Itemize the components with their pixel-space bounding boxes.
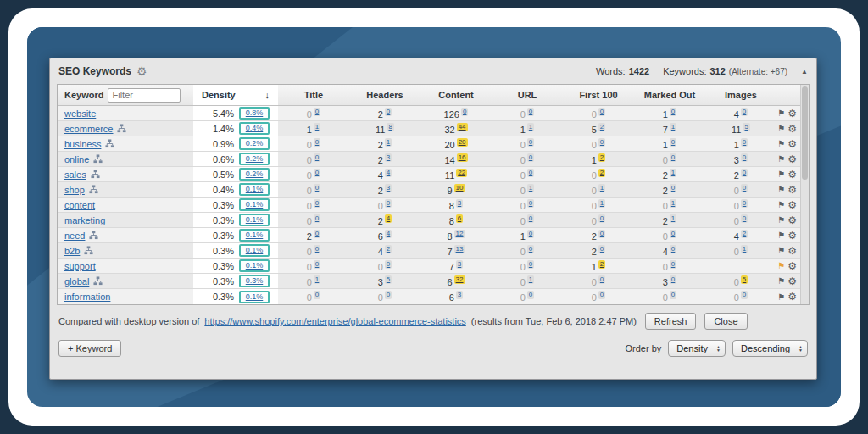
- alternate-density-value[interactable]: 0.1%: [239, 183, 270, 196]
- alternate-count-badge[interactable]: 2: [598, 169, 605, 177]
- alternate-count-badge[interactable]: 1: [598, 184, 605, 192]
- alternate-count-badge[interactable]: 0: [741, 214, 748, 223]
- alternate-count-badge[interactable]: 1: [670, 214, 676, 223]
- flag-icon[interactable]: ⚑: [777, 200, 785, 209]
- alternate-count-badge[interactable]: 0: [527, 153, 534, 162]
- row-gear-icon[interactable]: ⚙: [787, 184, 797, 196]
- alternate-count-badge[interactable]: 2: [598, 123, 605, 131]
- alternate-count-badge[interactable]: 5: [741, 275, 748, 284]
- order-direction-select[interactable]: Descending ▲▼: [732, 340, 808, 357]
- alternate-count-badge[interactable]: 0: [385, 199, 392, 208]
- column-header-headers[interactable]: Headers: [349, 90, 420, 100]
- row-gear-icon[interactable]: ⚙: [787, 153, 797, 165]
- alternate-count-badge[interactable]: 0: [385, 260, 392, 269]
- keyword-link[interactable]: information: [64, 292, 110, 302]
- alternate-count-badge[interactable]: 0: [598, 291, 605, 299]
- flag-icon[interactable]: ⚑: [777, 292, 785, 302]
- alternate-density-value[interactable]: 0.2%: [239, 168, 270, 181]
- alternate-count-badge[interactable]: 0: [598, 275, 605, 284]
- alternate-count-badge[interactable]: 13: [454, 245, 465, 253]
- alternate-count-badge[interactable]: 0: [741, 153, 748, 162]
- sort-descending-icon[interactable]: ↓: [265, 90, 270, 100]
- alternate-count-badge[interactable]: 0: [314, 245, 320, 253]
- keyword-link[interactable]: shop: [64, 185, 85, 195]
- alternate-density-value[interactable]: 0.3%: [239, 275, 270, 287]
- alternate-count-badge[interactable]: 0: [741, 169, 748, 177]
- alternate-count-badge[interactable]: 0: [741, 108, 748, 116]
- alternate-count-badge[interactable]: 0: [598, 245, 605, 253]
- column-header-title[interactable]: Title: [278, 90, 349, 100]
- keyword-link[interactable]: ecommerce: [64, 124, 113, 134]
- compared-url-link[interactable]: https://www.shopify.com/enterprise/globa…: [204, 316, 466, 326]
- collapse-arrow-icon[interactable]: ▲: [801, 68, 808, 75]
- flag-icon[interactable]: ⚑: [777, 276, 785, 286]
- alternate-count-badge[interactable]: 0: [670, 138, 676, 147]
- alternate-count-badge[interactable]: 44: [457, 123, 468, 131]
- vertical-scrollbar[interactable]: [800, 85, 809, 304]
- alternate-count-badge[interactable]: 2: [385, 245, 392, 253]
- column-header-url[interactable]: URL: [492, 90, 563, 100]
- refresh-button[interactable]: Refresh: [645, 313, 697, 330]
- flag-icon[interactable]: ⚑: [777, 124, 785, 133]
- alternate-count-badge[interactable]: 0: [741, 138, 748, 147]
- alternate-count-badge[interactable]: 0: [670, 245, 676, 253]
- alternate-count-badge[interactable]: 0: [314, 199, 320, 208]
- flag-icon[interactable]: ⚑: [777, 139, 785, 148]
- alternate-count-badge[interactable]: 3: [385, 153, 392, 162]
- keyword-link[interactable]: online: [64, 154, 89, 164]
- column-header-content[interactable]: Content: [420, 90, 492, 100]
- keyword-link[interactable]: support: [64, 261, 96, 271]
- alternate-count-badge[interactable]: 0: [314, 169, 320, 177]
- alternate-count-badge[interactable]: 1: [598, 199, 605, 208]
- alternate-density-value[interactable]: 0.1%: [239, 291, 270, 303]
- alternate-density-value[interactable]: 0.1%: [239, 198, 270, 211]
- alternate-count-badge[interactable]: 1: [314, 123, 320, 131]
- keyword-link[interactable]: global: [64, 276, 89, 287]
- alternate-density-value[interactable]: 0.1%: [239, 244, 270, 257]
- alternate-count-badge[interactable]: 4: [385, 169, 392, 177]
- alternate-count-badge[interactable]: 0: [385, 291, 392, 299]
- keyword-link[interactable]: website: [64, 108, 96, 119]
- flag-icon[interactable]: ⚑: [777, 108, 785, 118]
- alternate-count-badge[interactable]: 10: [454, 184, 465, 192]
- row-gear-icon[interactable]: ⚙: [787, 199, 797, 211]
- keyword-link[interactable]: content: [64, 200, 95, 210]
- alternate-count-badge[interactable]: 0: [314, 214, 320, 223]
- alternate-count-badge[interactable]: 0: [527, 291, 534, 299]
- alternate-count-badge[interactable]: 0: [598, 214, 605, 223]
- alternate-count-badge[interactable]: 0: [527, 199, 534, 208]
- alternate-count-badge[interactable]: 0: [741, 184, 748, 192]
- keyword-link[interactable]: need: [64, 231, 85, 241]
- alternate-count-badge[interactable]: 0: [670, 260, 676, 269]
- alternate-count-badge[interactable]: 6: [456, 214, 463, 223]
- alternate-count-badge[interactable]: 0: [314, 260, 320, 269]
- row-gear-icon[interactable]: ⚙: [787, 291, 797, 303]
- row-gear-icon[interactable]: ⚙: [787, 138, 797, 150]
- alternate-count-badge[interactable]: 0: [670, 230, 676, 238]
- alternate-count-badge[interactable]: 0: [314, 108, 320, 116]
- alternate-density-value[interactable]: 0.1%: [239, 259, 270, 272]
- alternate-count-badge[interactable]: 1: [527, 275, 534, 284]
- row-gear-icon[interactable]: ⚙: [787, 275, 797, 287]
- column-header-first-100[interactable]: First 100: [563, 90, 634, 100]
- alternate-count-badge[interactable]: 0: [741, 199, 748, 208]
- alternate-count-badge[interactable]: 0: [741, 291, 748, 299]
- flag-icon[interactable]: ⚑: [777, 215, 785, 225]
- alternate-count-badge[interactable]: 0: [670, 275, 676, 284]
- alternate-count-badge[interactable]: 2: [598, 260, 605, 269]
- alternate-count-badge[interactable]: 0: [314, 291, 320, 299]
- alternate-count-badge[interactable]: 0: [314, 230, 320, 238]
- row-gear-icon[interactable]: ⚙: [787, 230, 797, 242]
- alternate-count-badge[interactable]: 1: [314, 275, 320, 284]
- keyword-link[interactable]: business: [64, 139, 101, 149]
- alternate-count-badge[interactable]: 1: [385, 138, 392, 147]
- filter-input[interactable]: [108, 88, 181, 103]
- row-gear-icon[interactable]: ⚙: [787, 260, 797, 272]
- alternate-count-badge[interactable]: 0: [527, 138, 534, 147]
- alternate-count-badge[interactable]: 0: [527, 108, 534, 116]
- alternate-count-badge[interactable]: 5: [743, 123, 749, 131]
- alternate-count-badge[interactable]: 5: [385, 275, 392, 284]
- alternate-count-badge[interactable]: 12: [454, 230, 465, 238]
- alternate-count-badge[interactable]: 22: [456, 169, 467, 177]
- alternate-count-badge[interactable]: 0: [461, 108, 468, 116]
